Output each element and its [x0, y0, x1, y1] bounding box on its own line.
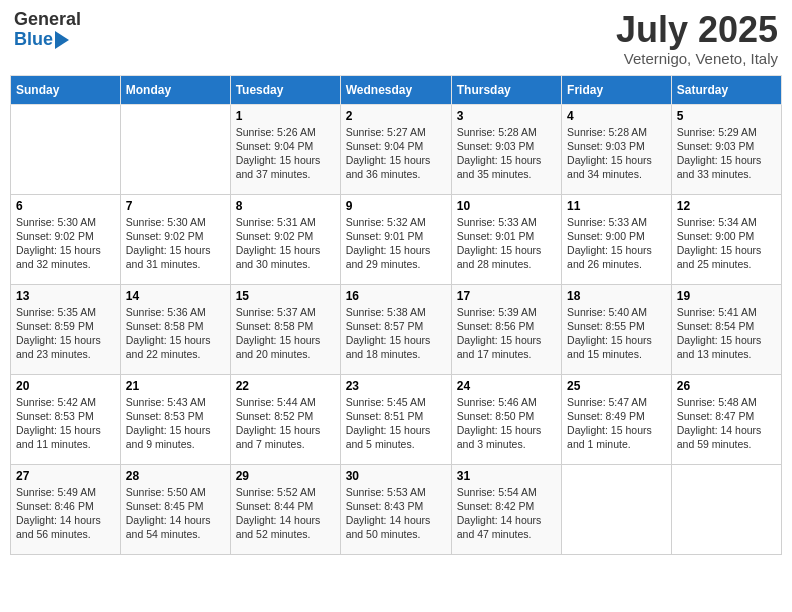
day-number: 25 — [567, 379, 666, 393]
svg-marker-0 — [55, 31, 69, 49]
day-number: 6 — [16, 199, 115, 213]
calendar-cell: 30Sunrise: 5:53 AMSunset: 8:43 PMDayligh… — [340, 464, 451, 554]
calendar-cell: 6Sunrise: 5:30 AMSunset: 9:02 PMDaylight… — [11, 194, 121, 284]
calendar-cell — [120, 104, 230, 194]
day-info: Sunrise: 5:31 AMSunset: 9:02 PMDaylight:… — [236, 215, 335, 272]
calendar-week-row: 20Sunrise: 5:42 AMSunset: 8:53 PMDayligh… — [11, 374, 782, 464]
calendar-cell — [671, 464, 781, 554]
calendar-cell: 31Sunrise: 5:54 AMSunset: 8:42 PMDayligh… — [451, 464, 561, 554]
column-header-wednesday: Wednesday — [340, 75, 451, 104]
day-number: 13 — [16, 289, 115, 303]
day-info: Sunrise: 5:53 AMSunset: 8:43 PMDaylight:… — [346, 485, 446, 542]
day-number: 23 — [346, 379, 446, 393]
calendar-cell: 7Sunrise: 5:30 AMSunset: 9:02 PMDaylight… — [120, 194, 230, 284]
calendar-week-row: 13Sunrise: 5:35 AMSunset: 8:59 PMDayligh… — [11, 284, 782, 374]
calendar-cell: 13Sunrise: 5:35 AMSunset: 8:59 PMDayligh… — [11, 284, 121, 374]
day-number: 17 — [457, 289, 556, 303]
day-info: Sunrise: 5:46 AMSunset: 8:50 PMDaylight:… — [457, 395, 556, 452]
day-number: 26 — [677, 379, 776, 393]
day-info: Sunrise: 5:47 AMSunset: 8:49 PMDaylight:… — [567, 395, 666, 452]
day-number: 2 — [346, 109, 446, 123]
day-number: 4 — [567, 109, 666, 123]
day-number: 31 — [457, 469, 556, 483]
calendar-cell: 10Sunrise: 5:33 AMSunset: 9:01 PMDayligh… — [451, 194, 561, 284]
calendar-cell: 17Sunrise: 5:39 AMSunset: 8:56 PMDayligh… — [451, 284, 561, 374]
calendar-cell: 21Sunrise: 5:43 AMSunset: 8:53 PMDayligh… — [120, 374, 230, 464]
day-info: Sunrise: 5:41 AMSunset: 8:54 PMDaylight:… — [677, 305, 776, 362]
day-info: Sunrise: 5:30 AMSunset: 9:02 PMDaylight:… — [16, 215, 115, 272]
calendar-cell: 14Sunrise: 5:36 AMSunset: 8:58 PMDayligh… — [120, 284, 230, 374]
day-info: Sunrise: 5:43 AMSunset: 8:53 PMDaylight:… — [126, 395, 225, 452]
day-number: 3 — [457, 109, 556, 123]
day-number: 22 — [236, 379, 335, 393]
calendar-cell: 28Sunrise: 5:50 AMSunset: 8:45 PMDayligh… — [120, 464, 230, 554]
day-info: Sunrise: 5:42 AMSunset: 8:53 PMDaylight:… — [16, 395, 115, 452]
day-info: Sunrise: 5:37 AMSunset: 8:58 PMDaylight:… — [236, 305, 335, 362]
day-number: 7 — [126, 199, 225, 213]
day-info: Sunrise: 5:48 AMSunset: 8:47 PMDaylight:… — [677, 395, 776, 452]
logo: General Blue — [14, 10, 81, 50]
logo-triangle-icon — [55, 31, 69, 49]
day-info: Sunrise: 5:54 AMSunset: 8:42 PMDaylight:… — [457, 485, 556, 542]
day-number: 29 — [236, 469, 335, 483]
calendar-cell: 15Sunrise: 5:37 AMSunset: 8:58 PMDayligh… — [230, 284, 340, 374]
day-number: 11 — [567, 199, 666, 213]
day-number: 16 — [346, 289, 446, 303]
month-title: July 2025 — [616, 10, 778, 50]
day-info: Sunrise: 5:26 AMSunset: 9:04 PMDaylight:… — [236, 125, 335, 182]
calendar-cell: 18Sunrise: 5:40 AMSunset: 8:55 PMDayligh… — [562, 284, 672, 374]
day-number: 1 — [236, 109, 335, 123]
day-number: 12 — [677, 199, 776, 213]
calendar-cell: 16Sunrise: 5:38 AMSunset: 8:57 PMDayligh… — [340, 284, 451, 374]
title-block: July 2025 Veternigo, Veneto, Italy — [616, 10, 778, 67]
calendar-cell: 27Sunrise: 5:49 AMSunset: 8:46 PMDayligh… — [11, 464, 121, 554]
day-info: Sunrise: 5:32 AMSunset: 9:01 PMDaylight:… — [346, 215, 446, 272]
day-info: Sunrise: 5:39 AMSunset: 8:56 PMDaylight:… — [457, 305, 556, 362]
day-number: 28 — [126, 469, 225, 483]
calendar-cell: 1Sunrise: 5:26 AMSunset: 9:04 PMDaylight… — [230, 104, 340, 194]
calendar-cell: 29Sunrise: 5:52 AMSunset: 8:44 PMDayligh… — [230, 464, 340, 554]
column-header-tuesday: Tuesday — [230, 75, 340, 104]
day-info: Sunrise: 5:29 AMSunset: 9:03 PMDaylight:… — [677, 125, 776, 182]
day-number: 30 — [346, 469, 446, 483]
day-info: Sunrise: 5:40 AMSunset: 8:55 PMDaylight:… — [567, 305, 666, 362]
day-number: 21 — [126, 379, 225, 393]
column-header-thursday: Thursday — [451, 75, 561, 104]
calendar-week-row: 1Sunrise: 5:26 AMSunset: 9:04 PMDaylight… — [11, 104, 782, 194]
column-header-saturday: Saturday — [671, 75, 781, 104]
day-info: Sunrise: 5:33 AMSunset: 9:00 PMDaylight:… — [567, 215, 666, 272]
calendar-cell: 26Sunrise: 5:48 AMSunset: 8:47 PMDayligh… — [671, 374, 781, 464]
logo-blue: Blue — [14, 30, 53, 50]
calendar-cell — [11, 104, 121, 194]
day-number: 15 — [236, 289, 335, 303]
column-header-monday: Monday — [120, 75, 230, 104]
day-number: 19 — [677, 289, 776, 303]
day-info: Sunrise: 5:50 AMSunset: 8:45 PMDaylight:… — [126, 485, 225, 542]
day-number: 27 — [16, 469, 115, 483]
calendar-cell: 3Sunrise: 5:28 AMSunset: 9:03 PMDaylight… — [451, 104, 561, 194]
day-number: 20 — [16, 379, 115, 393]
day-number: 18 — [567, 289, 666, 303]
day-number: 14 — [126, 289, 225, 303]
day-number: 5 — [677, 109, 776, 123]
day-info: Sunrise: 5:49 AMSunset: 8:46 PMDaylight:… — [16, 485, 115, 542]
calendar-table: SundayMondayTuesdayWednesdayThursdayFrid… — [10, 75, 782, 555]
day-info: Sunrise: 5:28 AMSunset: 9:03 PMDaylight:… — [567, 125, 666, 182]
calendar-cell: 19Sunrise: 5:41 AMSunset: 8:54 PMDayligh… — [671, 284, 781, 374]
calendar-cell: 2Sunrise: 5:27 AMSunset: 9:04 PMDaylight… — [340, 104, 451, 194]
calendar-header-row: SundayMondayTuesdayWednesdayThursdayFrid… — [11, 75, 782, 104]
day-info: Sunrise: 5:45 AMSunset: 8:51 PMDaylight:… — [346, 395, 446, 452]
logo-general: General — [14, 10, 81, 30]
calendar-cell: 5Sunrise: 5:29 AMSunset: 9:03 PMDaylight… — [671, 104, 781, 194]
calendar-week-row: 6Sunrise: 5:30 AMSunset: 9:02 PMDaylight… — [11, 194, 782, 284]
day-info: Sunrise: 5:44 AMSunset: 8:52 PMDaylight:… — [236, 395, 335, 452]
page-header: General Blue July 2025 Veternigo, Veneto… — [10, 10, 782, 67]
day-info: Sunrise: 5:52 AMSunset: 8:44 PMDaylight:… — [236, 485, 335, 542]
day-info: Sunrise: 5:33 AMSunset: 9:01 PMDaylight:… — [457, 215, 556, 272]
day-info: Sunrise: 5:35 AMSunset: 8:59 PMDaylight:… — [16, 305, 115, 362]
calendar-cell: 23Sunrise: 5:45 AMSunset: 8:51 PMDayligh… — [340, 374, 451, 464]
calendar-cell: 22Sunrise: 5:44 AMSunset: 8:52 PMDayligh… — [230, 374, 340, 464]
column-header-friday: Friday — [562, 75, 672, 104]
calendar-cell: 11Sunrise: 5:33 AMSunset: 9:00 PMDayligh… — [562, 194, 672, 284]
column-header-sunday: Sunday — [11, 75, 121, 104]
